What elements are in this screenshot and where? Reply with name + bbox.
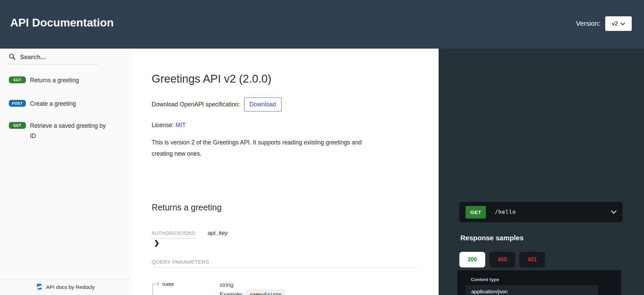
- page-title: API Documentation: [10, 16, 114, 29]
- post-method-badge: POST: [9, 100, 26, 107]
- api-title: Greetings API v2 (2.0.0): [152, 72, 271, 85]
- api-description: This is version 2 of the Greetings API. …: [152, 137, 368, 159]
- chevron-down-icon: [611, 210, 616, 214]
- content-type-label: Content type: [471, 277, 499, 282]
- version-label: Version:: [576, 20, 600, 28]
- param-example-label: Example:: [220, 291, 243, 295]
- param-name: name: [162, 281, 174, 287]
- sidebar-item-label: Returns a greeting: [30, 75, 79, 85]
- response-samples-title: Response samples: [460, 234, 524, 242]
- samples-panel: GET /hello Response samples 200 400 401 …: [439, 49, 644, 295]
- chevron-down-icon: [621, 21, 625, 27]
- tab-200[interactable]: 200: [459, 252, 485, 267]
- sidebar-item-returns-a-greeting[interactable]: GET Returns a greeting: [9, 75, 121, 85]
- get-method-badge: GET: [9, 76, 26, 83]
- sidebar-item-label: Create a greeting: [30, 99, 76, 109]
- download-label: Download OpenAPI specification:: [152, 101, 240, 108]
- response-code-tabs: 200 400 401: [459, 252, 545, 267]
- version-select[interactable]: v2: [605, 16, 632, 31]
- sidebar-item-create-a-greeting[interactable]: POST Create a greeting: [9, 99, 121, 109]
- param-tree-line: [153, 284, 153, 295]
- param-tree-line: [153, 284, 158, 284]
- search-icon: [9, 53, 15, 61]
- search-underline: [9, 64, 99, 65]
- get-method-badge: GET: [9, 122, 26, 129]
- get-method-badge: GET: [465, 206, 486, 219]
- request-endpoint-bar[interactable]: GET /hello: [459, 202, 623, 222]
- content-type-value: application/json: [471, 289, 508, 295]
- operation-title: Returns a greeting: [152, 203, 222, 212]
- sidebar-item-label: Retrieve a saved greeting by ID: [30, 121, 112, 141]
- tab-401[interactable]: 401: [519, 252, 545, 267]
- expand-auth-chevron-icon[interactable]: ❯: [154, 239, 159, 247]
- response-sample-container: Content type application/json: [457, 270, 621, 295]
- divider: [152, 267, 418, 267]
- search-input[interactable]: Search...: [20, 54, 46, 61]
- sidebar-footer[interactable]: API docs by Redocly: [0, 279, 131, 295]
- authorizations-label: AUTHORIZATIONS:: [152, 230, 196, 239]
- license-label: License:: [152, 122, 174, 128]
- main-content: Greetings API v2 (2.0.0) Download OpenAP…: [131, 49, 439, 295]
- tab-400[interactable]: 400: [489, 252, 515, 267]
- content-type-select[interactable]: application/json: [465, 285, 598, 295]
- version-value: v2: [612, 20, 618, 27]
- param-example-value: name=Fainne: [247, 290, 285, 295]
- license-link[interactable]: MIT: [175, 122, 186, 128]
- app-header: API Documentation Version: v2: [0, 0, 644, 49]
- endpoint-path: /hello: [495, 209, 516, 215]
- redocly-logo-icon: [36, 283, 43, 291]
- download-button[interactable]: Download: [244, 98, 282, 111]
- query-parameters-label: QUERY PARAMETERS: [152, 259, 209, 265]
- authorizations-value[interactable]: api_key: [208, 230, 228, 237]
- sidebar: Search... GET Returns a greeting POST Cr…: [0, 49, 131, 295]
- sidebar-item-retrieve-saved-greeting[interactable]: GET Retrieve a saved greeting by ID: [9, 121, 121, 141]
- param-tree-line: [158, 282, 158, 286]
- sidebar-footer-text: API docs by Redocly: [46, 284, 95, 290]
- param-type: string: [220, 282, 233, 288]
